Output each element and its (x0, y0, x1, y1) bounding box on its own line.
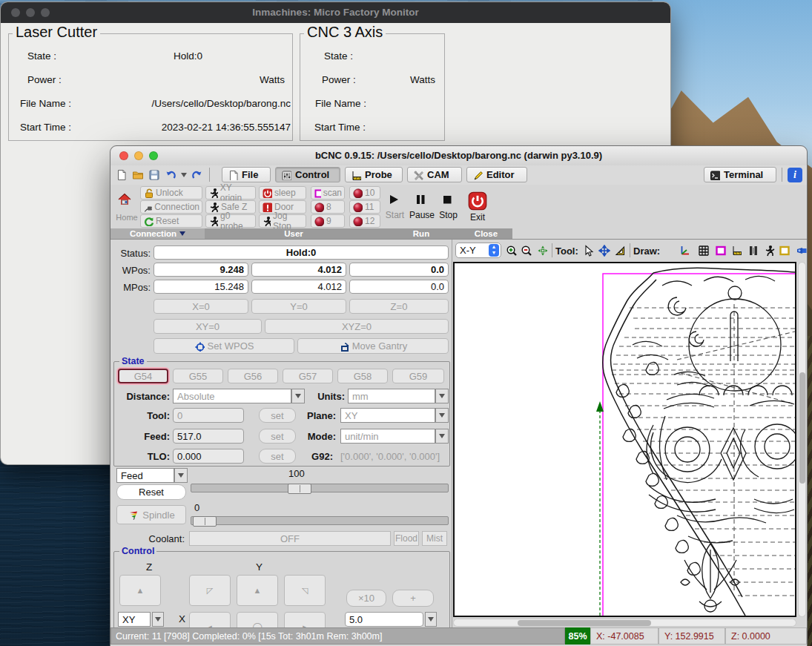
override-reset-button[interactable]: Reset (116, 484, 186, 500)
new-file-button[interactable] (113, 167, 130, 182)
tool-set-button[interactable]: set (259, 408, 296, 423)
slider-thumb[interactable] (193, 516, 217, 527)
wcs-g55-button[interactable]: G55 (173, 369, 223, 383)
wcs-g58-button[interactable]: G58 (337, 369, 388, 383)
m8-button[interactable]: 8 (311, 200, 345, 214)
jog-up-right-button[interactable]: ◹ (284, 575, 326, 606)
tab-editor[interactable]: Editor (466, 167, 527, 182)
reset-button[interactable]: Reset (140, 214, 202, 228)
zoom-in-button[interactable] (504, 243, 520, 258)
feed-set-button[interactable]: set (259, 429, 296, 444)
save-file-button[interactable] (146, 167, 162, 182)
coolant-mist-button[interactable]: Mist (422, 531, 447, 546)
bcnc-titlebar[interactable]: bCNC 0.9.15: /Users/cello/Desktop/barong… (110, 146, 807, 166)
wpos-z-field[interactable]: 0.0 (349, 263, 449, 277)
coolant-flood-button[interactable]: Flood (394, 531, 419, 546)
tab-file[interactable]: File (222, 167, 271, 182)
undo-dropdown-button[interactable] (179, 167, 188, 182)
step-size-field[interactable]: 5.0 (345, 612, 423, 627)
monitor-titlebar[interactable]: Inmachines: Micro Factory Monitor (1, 2, 670, 23)
plane-select[interactable]: XY (340, 408, 435, 423)
distance-dropdown-button[interactable] (291, 389, 305, 403)
start-button[interactable]: Start (383, 186, 406, 227)
m10-button[interactable]: 10 (349, 186, 380, 200)
wpos-x-field[interactable]: 9.248 (154, 263, 248, 277)
xy-origin-button[interactable]: XY origin (205, 186, 256, 200)
zero-xyz-button[interactable]: XYZ=0 (265, 319, 449, 334)
scan-button[interactable]: scan (311, 186, 345, 200)
jog-stop-button[interactable]: Jog Stop (259, 214, 306, 228)
tab-probe[interactable]: Probe (345, 167, 403, 182)
jog-up-left-button[interactable]: ◸ (189, 575, 231, 606)
jog-y-up-button[interactable]: ▲ (237, 575, 278, 606)
draw-paths-button[interactable] (745, 243, 762, 258)
vscrollbar-thumb[interactable] (799, 372, 805, 484)
step-plus-button[interactable]: + (392, 590, 434, 607)
tlo-set-button[interactable]: set (259, 449, 296, 464)
override-dropdown-button[interactable] (174, 468, 188, 483)
tab-cam[interactable]: CAM (407, 167, 462, 182)
ruler-tool-button[interactable] (612, 243, 628, 258)
zero-x-button[interactable]: X=0 (154, 299, 248, 314)
wcs-g59-button[interactable]: G59 (392, 369, 444, 383)
m9-button[interactable]: 9 (311, 214, 345, 228)
feed-override-slider[interactable] (191, 484, 449, 492)
m12-button[interactable]: 12 (349, 214, 380, 228)
hscrollbar-thumb[interactable] (518, 620, 651, 626)
stop-button[interactable]: Stop (437, 186, 460, 227)
select-tool-button[interactable] (581, 243, 597, 258)
zero-z-button[interactable]: Z=0 (349, 299, 449, 314)
set-wpos-button[interactable]: Set WPOS (154, 338, 294, 354)
zoom-out-button[interactable] (518, 243, 535, 258)
units-dropdown-button[interactable] (435, 389, 449, 403)
undo-button[interactable] (162, 167, 179, 182)
step-x10-button[interactable]: ×10 (346, 590, 386, 607)
slider-thumb[interactable] (288, 484, 311, 494)
tool-field[interactable]: 0 (173, 408, 244, 423)
connection-button[interactable]: Connection (140, 200, 202, 214)
override-select[interactable]: Feed (116, 468, 174, 483)
tlo-field[interactable]: 0.000 (173, 449, 244, 464)
info-button[interactable]: i (788, 168, 802, 182)
step-dropdown-button[interactable] (425, 612, 437, 627)
draw-rapid-button[interactable] (762, 243, 778, 258)
redo-button[interactable] (189, 167, 205, 182)
view-select[interactable]: X-Y ▲▼ (455, 243, 501, 258)
home-button[interactable]: Home (114, 186, 139, 227)
feed-field[interactable]: 517.0 (173, 429, 244, 444)
jog-axis-select[interactable]: XY (118, 612, 151, 627)
coolant-off-button[interactable]: OFF (189, 531, 391, 546)
pause-button[interactable]: Pause (409, 186, 435, 227)
draw-margin-button[interactable] (713, 243, 729, 258)
open-file-button[interactable] (130, 167, 146, 182)
tab-terminal[interactable]: Terminal (704, 167, 776, 182)
wcs-g57-button[interactable]: G57 (283, 369, 333, 383)
canvas-hscrollbar[interactable] (453, 619, 796, 627)
gcode-canvas[interactable] (453, 262, 796, 617)
draw-axes-button[interactable] (676, 243, 693, 258)
jog-axis-dropdown-button[interactable] (152, 612, 164, 627)
wcs-g56-button[interactable]: G56 (228, 369, 278, 383)
wpos-y-field[interactable]: 4.012 (251, 263, 346, 277)
distance-select[interactable]: Absolute (173, 389, 291, 403)
draw-workarea-button[interactable] (776, 243, 793, 258)
move-gantry-button[interactable]: Move Gantry (297, 338, 449, 354)
spindle-override-slider[interactable] (191, 516, 449, 525)
exit-button[interactable]: Exit (464, 186, 491, 227)
group-label-connection[interactable]: Connection (110, 228, 205, 239)
g0-probe-button[interactable]: g0 probe (205, 214, 256, 228)
pan-tool-button[interactable] (596, 243, 613, 258)
sleep-button[interactable]: sleep (259, 186, 306, 200)
draw-grid-button[interactable] (696, 243, 712, 258)
wcs-g54-button[interactable]: G54 (118, 369, 168, 383)
zoom-fit-button[interactable] (535, 243, 551, 258)
zero-xy-button[interactable]: XY=0 (154, 319, 262, 334)
spindle-button[interactable]: Spindle (116, 505, 186, 524)
tab-control[interactable]: Control (275, 167, 340, 182)
canvas-vscrollbar[interactable] (798, 262, 806, 617)
zero-y-button[interactable]: Y=0 (251, 299, 346, 314)
m11-button[interactable]: 11 (349, 200, 380, 214)
plane-dropdown-button[interactable] (435, 408, 449, 423)
draw-probe-button[interactable] (729, 243, 745, 258)
mode-select[interactable]: unit/min (340, 429, 435, 444)
